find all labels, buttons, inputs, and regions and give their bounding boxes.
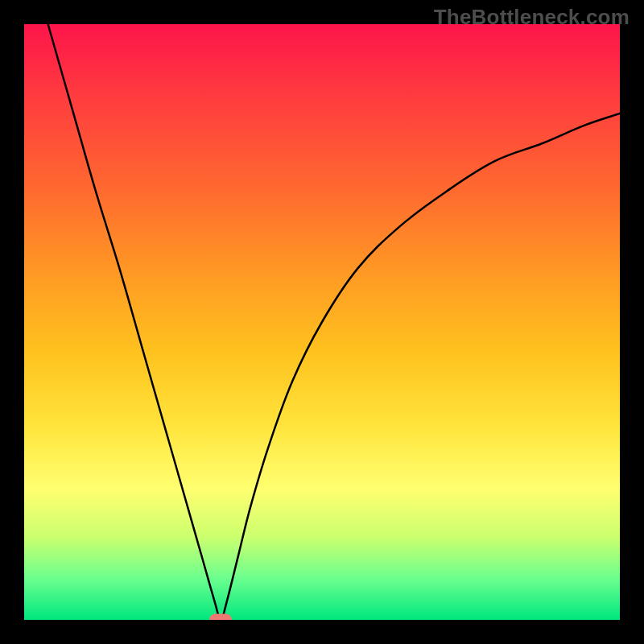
curve-path: [48, 24, 620, 620]
plot-area: [24, 24, 620, 620]
min-marker: [209, 614, 232, 621]
chart-frame: TheBottleneck.com: [0, 0, 644, 644]
chart-curve: [24, 24, 620, 620]
watermark-label: TheBottleneck.com: [434, 5, 630, 30]
